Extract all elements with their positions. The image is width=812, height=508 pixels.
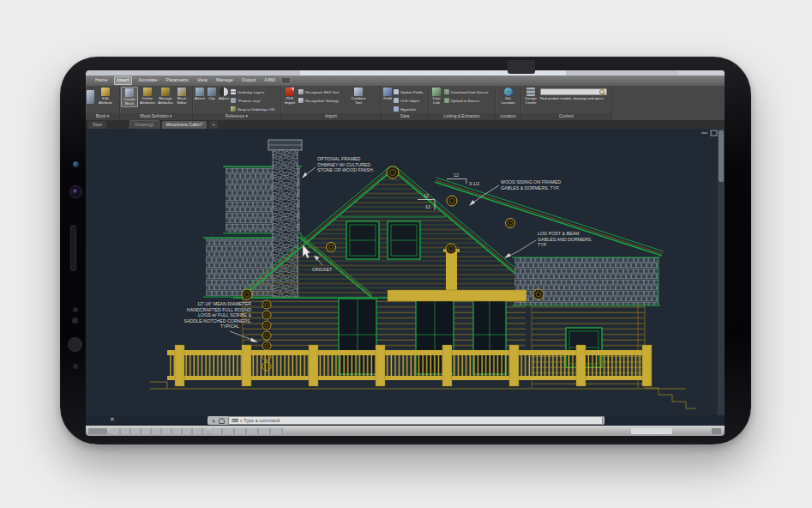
clip-icon <box>208 88 216 96</box>
status-model-button[interactable] <box>88 428 107 434</box>
insert-block-button[interactable] <box>87 87 94 104</box>
combine-text-button[interactable]: Combine Text <box>351 87 366 106</box>
snap-to-underlays-button[interactable]: Snap to Underlays ON <box>231 106 279 112</box>
palette-close-icon[interactable]: ✕ <box>110 416 115 422</box>
svg-text:GABLES AND DORMERS,: GABLES AND DORMERS, <box>538 237 592 242</box>
keyboard-icon: ⌨ <box>232 418 238 423</box>
attach-button[interactable]: Attach <box>194 87 206 101</box>
field-button[interactable]: Field <box>382 87 393 101</box>
pdf-import-icon <box>286 88 294 96</box>
frames-dropdown[interactable]: *Frames vary* <box>231 97 279 104</box>
svg-text:CHIMNEY W/ CULTURED: CHIMNEY W/ CULTURED <box>317 162 370 167</box>
update-fields-button[interactable]: Update Fields <box>394 88 426 95</box>
insert-block-icon <box>87 90 94 104</box>
command-prompt-text: Type a command <box>244 418 280 423</box>
light-sensor <box>72 318 78 324</box>
hyperlink-button[interactable]: Hyperlink <box>394 106 426 112</box>
attach-icon <box>195 88 204 96</box>
content-search-input[interactable] <box>540 88 607 95</box>
file-tab-mountview-cabin[interactable]: Mountview Cabin* <box>162 121 208 129</box>
tab-view[interactable]: View <box>195 77 210 84</box>
file-tab-bar: Start Drawing1 Mountview Cabin* + <box>86 120 725 129</box>
edge-notch <box>508 60 535 74</box>
panel-label-content[interactable]: Content <box>521 113 611 120</box>
panel-label-block-definition[interactable]: Block Definition ▾ <box>120 113 192 120</box>
tab-insert[interactable]: Insert <box>114 76 133 85</box>
create-block-button[interactable]: Create Block <box>121 87 138 107</box>
clip-button[interactable]: Clip <box>207 87 217 101</box>
command-line-row: ✕ ✕ ⌨ ▾ Type a command <box>86 415 725 426</box>
svg-text:HANDCRAFTED FULL ROUND: HANDCRAFTED FULL ROUND <box>187 307 251 312</box>
customize-icon[interactable] <box>219 418 225 424</box>
data-link-icon <box>432 88 441 96</box>
svg-text:LOGS w/ FULL SCRIBE &: LOGS w/ FULL SCRIBE & <box>198 312 251 318</box>
earpiece-speaker <box>70 225 76 271</box>
annotation-siding: WOOD SIDING ON FRAMED <box>501 179 561 184</box>
ole-object-icon <box>394 98 399 103</box>
download-from-source-button[interactable]: Download from Source <box>444 88 492 95</box>
tab-parametric[interactable]: Parametric <box>163 77 191 84</box>
file-tab-drawing1[interactable]: Drawing1 <box>129 120 159 129</box>
panel-label-block[interactable]: Block ▾ <box>86 113 119 120</box>
upload-to-source-button[interactable]: Upload to Source <box>444 97 492 104</box>
new-tab-button[interactable]: + <box>209 121 218 129</box>
recognition-settings-button[interactable]: Recognition Settings <box>298 97 350 104</box>
svg-text:12: 12 <box>425 204 430 209</box>
update-fields-icon <box>394 89 399 94</box>
settings-icon <box>298 98 304 103</box>
set-location-button[interactable]: Set Location <box>499 87 518 106</box>
annotation-logs: 12"-16" MEAN DIAMETER <box>197 301 251 306</box>
block-editor-button[interactable]: Block Editor <box>175 87 189 106</box>
manage-attributes-icon <box>161 88 170 96</box>
status-customize-button[interactable] <box>712 428 721 434</box>
underlay-layers-button[interactable]: Underlay Layers <box>231 88 279 95</box>
tab-annotate[interactable]: Annotate <box>135 77 159 84</box>
status-bar <box>86 426 725 436</box>
ribbon: Edit Attribute Block ▾ Create Block Def <box>86 86 725 120</box>
edit-attribute-icon <box>101 88 110 96</box>
status-drafting-toggles[interactable] <box>211 428 283 434</box>
tab-manage[interactable]: Manage <box>214 77 236 84</box>
status-snap-toggles[interactable] <box>111 428 207 434</box>
command-close-icon[interactable]: ✕ <box>211 418 215 424</box>
block-editor-icon <box>177 88 186 96</box>
express-tools-icon[interactable] <box>281 77 291 84</box>
panel-label-data[interactable]: Data <box>382 113 428 120</box>
tab-a360[interactable]: A360 <box>262 77 278 84</box>
panel-import: PDF Import Recognize SHX Text Recognitio… <box>281 86 382 120</box>
panel-label-reference[interactable]: Reference ▾ <box>193 113 280 120</box>
command-input[interactable]: ⌨ ▾ Type a command <box>228 416 603 425</box>
recent-commands-caret-icon[interactable]: ▾ <box>240 419 242 423</box>
ribbon-filler <box>612 86 725 120</box>
led-indicator <box>73 364 78 369</box>
ole-object-button[interactable]: OLE Object <box>394 97 426 104</box>
front-camera <box>69 185 82 198</box>
panel-reference: Attach Clip Adjust Underlay Layers * <box>193 86 281 120</box>
drawing-canvas[interactable]: OPTIONAL FRAMED CHIMNEY W/ CULTURED STON… <box>86 129 725 415</box>
adjust-icon <box>220 88 228 96</box>
manage-attributes-button[interactable]: Manage Attributes <box>157 87 174 106</box>
define-attributes-button[interactable]: Define Attributes <box>139 87 156 106</box>
panel-label-location[interactable]: Location <box>496 113 520 120</box>
panel-label-linking[interactable]: Linking & Extraction <box>429 113 495 120</box>
viewport-window-controls[interactable] <box>701 130 717 136</box>
svg-text:TYP.: TYP. <box>538 242 547 247</box>
edit-attribute-button[interactable]: Edit Attribute <box>95 87 116 106</box>
status-annotation-scale[interactable] <box>631 428 672 434</box>
scrollbar-thumb[interactable] <box>719 130 724 182</box>
design-center-button[interactable]: Design Center <box>522 87 539 106</box>
file-tab-start[interactable]: Start <box>88 121 106 129</box>
hyperlink-icon <box>394 106 399 112</box>
recognize-shx-text-button[interactable]: Recognize SHX Text <box>298 88 350 95</box>
panel-block: Edit Attribute Block ▾ <box>86 86 120 120</box>
adjust-button[interactable]: Adjust <box>218 87 230 101</box>
panel-label-import[interactable]: Import <box>281 113 381 120</box>
proximity-sensor <box>73 307 78 312</box>
svg-text:12: 12 <box>424 193 429 198</box>
data-link-button[interactable]: Data Link <box>430 87 443 106</box>
tab-output[interactable]: Output <box>239 77 259 84</box>
svg-text:12: 12 <box>454 172 459 178</box>
tab-home[interactable]: Home <box>93 77 111 84</box>
panel-block-definition: Create Block Define Attributes Manage At… <box>120 86 193 120</box>
pdf-import-button[interactable]: PDF Import <box>282 87 298 106</box>
